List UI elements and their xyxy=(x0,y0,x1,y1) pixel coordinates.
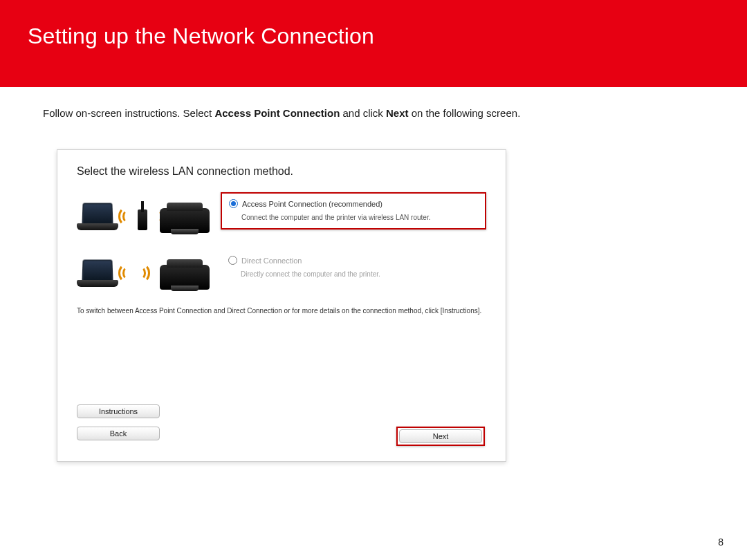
router-icon xyxy=(135,201,150,230)
option-row-access-point: Access Point Connection (recommended) Co… xyxy=(57,187,506,234)
illustration-direct xyxy=(77,244,210,291)
laptop-icon xyxy=(77,203,118,230)
intro-suffix: on the following screen. xyxy=(412,107,521,119)
page-title: Setting up the Network Connection xyxy=(28,24,374,49)
next-button-highlight: Next xyxy=(396,427,485,446)
option-row-direct: Direct Connection Directly connect the c… xyxy=(57,244,506,291)
installer-title: Select the wireless LAN connection metho… xyxy=(57,150,506,187)
button-row-instructions: Instructions xyxy=(77,404,485,418)
option-access-point[interactable]: Access Point Connection (recommended) Co… xyxy=(221,192,486,230)
header-band: Setting up the Network Connection xyxy=(0,0,747,87)
page-number: 8 xyxy=(718,536,723,548)
intro-bold-access-point: Access Point Connection xyxy=(214,107,340,119)
intro-mid: and click xyxy=(342,107,386,119)
installer-hint: To switch between Access Point Connectio… xyxy=(57,301,506,316)
radio-direct[interactable] xyxy=(228,256,237,265)
back-button[interactable]: Back xyxy=(77,427,160,440)
illustration-access-point xyxy=(77,187,210,234)
intro-prefix: Follow on-screen instructions. Select xyxy=(43,107,214,119)
installer-window: Select the wireless LAN connection metho… xyxy=(57,149,506,462)
wifi-waves-icon xyxy=(118,204,133,225)
instructions-button[interactable]: Instructions xyxy=(77,404,160,418)
radio-access-point[interactable] xyxy=(229,199,238,208)
next-button[interactable]: Next xyxy=(399,429,482,443)
printer-icon xyxy=(160,255,210,290)
button-row-nav: Back Next xyxy=(77,427,485,446)
option-label: Access Point Connection (recommended) xyxy=(242,200,382,208)
wifi-waves-icon xyxy=(118,261,133,281)
option-direct[interactable]: Direct Connection Directly connect the c… xyxy=(221,250,486,286)
intro-bold-next: Next xyxy=(386,107,409,119)
printer-icon xyxy=(160,198,210,233)
option-desc: Directly connect the computer and the pr… xyxy=(241,270,479,278)
intro-text: Follow on-screen instructions. Select Ac… xyxy=(43,107,706,119)
wifi-waves-icon xyxy=(135,261,150,281)
option-desc: Connect the computer and the printer via… xyxy=(241,214,478,221)
laptop-icon xyxy=(77,259,118,287)
option-label: Direct Connection xyxy=(241,256,302,265)
